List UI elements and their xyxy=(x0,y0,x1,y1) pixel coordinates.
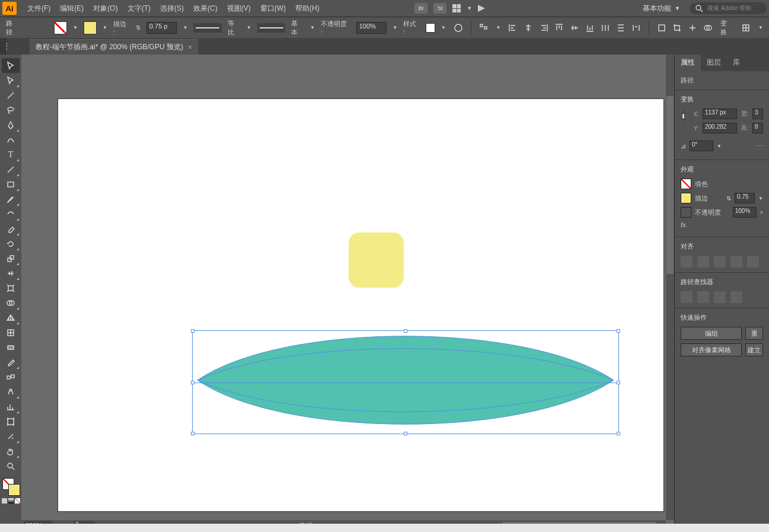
panel-align-left-icon[interactable] xyxy=(697,256,709,267)
vertical-scrollbar[interactable] xyxy=(666,55,674,520)
artboard-tool[interactable] xyxy=(2,414,20,429)
pathfinder-exclude-icon[interactable] xyxy=(730,291,742,303)
align-right-icon[interactable] xyxy=(537,21,550,34)
chevron-down-icon[interactable]: ▼ xyxy=(393,25,397,30)
selection-bounding-box[interactable] xyxy=(192,330,619,434)
scale-tool[interactable] xyxy=(2,251,20,266)
chevron-down-icon[interactable]: ▼ xyxy=(467,5,472,11)
fx-icon[interactable]: fx. xyxy=(681,221,688,228)
chevron-down-icon[interactable]: ▼ xyxy=(183,25,187,30)
handle-tr[interactable] xyxy=(617,329,620,333)
recolor-icon[interactable] xyxy=(452,21,465,34)
lasso-tool[interactable] xyxy=(2,103,20,117)
panel-align-hcenter-icon[interactable] xyxy=(714,256,726,267)
group-button[interactable]: 编组 xyxy=(681,327,742,340)
shape-builder-tool[interactable] xyxy=(2,295,20,310)
edit-path-icon[interactable] xyxy=(686,21,699,34)
zoom-tool[interactable] xyxy=(2,458,20,473)
h-input[interactable]: 8 xyxy=(752,123,763,133)
paintbrush-tool[interactable] xyxy=(2,192,20,206)
rotate-tool[interactable] xyxy=(2,236,20,251)
tab-properties[interactable]: 属性 xyxy=(675,55,701,71)
stepper-icon[interactable]: ⇅ xyxy=(136,24,141,31)
menu-object[interactable]: 对象(O) xyxy=(88,0,122,17)
pathfinder-minus-icon[interactable] xyxy=(697,291,709,303)
search-input[interactable]: 搜索 Adobe 帮助 xyxy=(690,2,767,14)
stock-icon[interactable]: St xyxy=(433,3,446,14)
stroke-color-swatch[interactable] xyxy=(681,193,691,203)
align-vcenter-icon[interactable] xyxy=(568,21,581,34)
align-top-icon[interactable] xyxy=(553,21,566,34)
tab-libraries[interactable]: 库 xyxy=(727,55,746,71)
menu-file[interactable]: 文件(F) xyxy=(23,0,55,17)
width-tool[interactable] xyxy=(2,266,20,281)
align-left-icon[interactable] xyxy=(506,21,519,34)
shape-mode-icon[interactable] xyxy=(701,21,714,34)
stroke-weight-input[interactable]: 0.75 p xyxy=(146,22,177,34)
pathfinder-intersect-icon[interactable] xyxy=(714,291,726,303)
stroke-swatch[interactable] xyxy=(84,21,97,34)
angle-input[interactable]: 0° xyxy=(690,141,713,151)
w-input[interactable]: 3 xyxy=(752,109,763,119)
free-transform-tool[interactable] xyxy=(2,281,20,295)
brush-def[interactable] xyxy=(257,23,286,33)
line-tool[interactable] xyxy=(2,162,20,177)
align-selection-icon[interactable] xyxy=(477,21,490,34)
handle-ml[interactable] xyxy=(191,381,194,384)
align-hcenter-icon[interactable] xyxy=(522,21,535,34)
align-to-icon[interactable] xyxy=(681,256,693,267)
opacity-swatch-icon[interactable] xyxy=(681,207,691,218)
fill-stroke-colors[interactable] xyxy=(1,478,20,496)
selection-tool[interactable] xyxy=(2,58,20,73)
chevron-down-icon[interactable]: ▼ xyxy=(247,25,251,30)
handle-tm[interactable] xyxy=(404,329,407,333)
type-tool[interactable]: T xyxy=(2,147,20,162)
x-input[interactable]: 1137 px xyxy=(703,109,737,119)
menu-type[interactable]: 文字(T) xyxy=(123,0,155,17)
handle-mr[interactable] xyxy=(617,381,620,384)
fill-color-swatch[interactable] xyxy=(681,179,691,189)
tab-layers[interactable]: 图层 xyxy=(701,55,727,71)
transform-menu-icon[interactable] xyxy=(739,21,752,34)
rectangle-tool[interactable] xyxy=(2,177,20,192)
eyedropper-tool[interactable] xyxy=(2,355,20,369)
share-icon[interactable] xyxy=(478,5,485,12)
direct-selection-tool[interactable] xyxy=(2,73,20,88)
chevron-down-icon[interactable]: ▼ xyxy=(310,25,315,30)
graphic-style-swatch[interactable] xyxy=(426,23,435,33)
dist-v-icon[interactable] xyxy=(614,21,627,34)
curvature-tool[interactable] xyxy=(2,132,20,147)
shaper-tool[interactable] xyxy=(2,206,20,221)
document-tab[interactable]: 教程-端午节插画.ai* @ 200% (RGB/GPU 预览) × xyxy=(30,39,198,55)
transform-label[interactable]: 变换 xyxy=(720,19,733,37)
opacity-panel-input[interactable]: 100% xyxy=(733,207,757,218)
menu-help[interactable]: 帮助(H) xyxy=(291,0,324,17)
stroke-weight-panel-input[interactable]: 0.75 xyxy=(735,193,755,203)
align-bottom-icon[interactable] xyxy=(583,21,596,34)
column-graph-tool[interactable] xyxy=(2,399,20,414)
opacity-label[interactable]: 不透明度 xyxy=(695,208,721,217)
pathfinder-unite-icon[interactable] xyxy=(681,291,693,303)
slice-tool[interactable] xyxy=(2,429,20,444)
more-options-icon[interactable]: ⋯ xyxy=(757,142,763,150)
workspace-selector[interactable]: 基本功能 ▼ xyxy=(639,4,684,14)
chevron-down-icon[interactable]: ▼ xyxy=(103,25,107,30)
isolate-icon[interactable] xyxy=(655,21,668,34)
arrange-docs-icon[interactable] xyxy=(452,4,461,12)
symbol-sprayer-tool[interactable] xyxy=(2,384,20,399)
pen-tool[interactable] xyxy=(2,117,20,132)
menu-edit[interactable]: 编辑(E) xyxy=(55,0,88,17)
panel-handle-icon[interactable]: ⋮⋮ xyxy=(0,38,6,55)
color-mode-icons[interactable] xyxy=(2,498,20,504)
handle-bl[interactable] xyxy=(191,432,194,435)
make-button[interactable]: 建立 xyxy=(745,343,763,356)
stroke-profile[interactable] xyxy=(193,23,222,33)
blend-tool[interactable] xyxy=(2,369,20,384)
align-pixel-grid-button[interactable]: 对齐像素网格 xyxy=(681,343,742,356)
magic-wand-tool[interactable] xyxy=(2,88,20,103)
handle-bm[interactable] xyxy=(404,432,407,435)
handle-tl[interactable] xyxy=(191,329,194,333)
menu-effect[interactable]: 效果(C) xyxy=(189,0,222,17)
chevron-down-icon[interactable]: ▼ xyxy=(441,25,446,30)
panel-align-right-icon[interactable] xyxy=(730,256,742,267)
